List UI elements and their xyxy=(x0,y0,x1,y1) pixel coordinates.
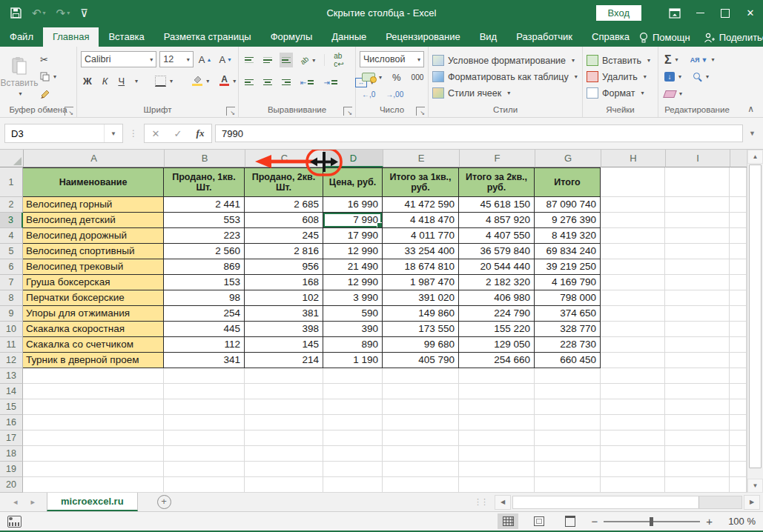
cell-C17[interactable] xyxy=(245,430,323,446)
cell-F16[interactable] xyxy=(459,415,535,430)
customize-quick-access-icon[interactable]: ⊽ xyxy=(80,7,88,19)
expand-formula-bar-icon[interactable]: ▼ xyxy=(746,130,759,137)
cell-I7[interactable] xyxy=(665,275,730,290)
cell-B12[interactable]: 341 xyxy=(164,353,245,368)
row-header-16[interactable]: 16 xyxy=(0,415,23,430)
row-header-6[interactable]: 6 xyxy=(0,259,23,275)
cell-D9[interactable]: 590 xyxy=(323,306,383,322)
cell-B19[interactable] xyxy=(164,462,245,477)
cell-partial-2[interactable] xyxy=(730,197,747,213)
tab-review[interactable]: Рецензирование xyxy=(376,27,469,47)
cell-B9[interactable]: 254 xyxy=(164,306,245,322)
align-right-icon[interactable] xyxy=(280,75,293,90)
scrollbar-resize-grip[interactable]: ⋮⋮ xyxy=(468,497,493,507)
row-header-12[interactable]: 12 xyxy=(0,353,23,368)
cell-partial-15[interactable] xyxy=(730,399,747,415)
zoom-slider[interactable] xyxy=(604,521,700,522)
cell-I6[interactable] xyxy=(665,259,730,275)
zoom-level-label[interactable]: 100 % xyxy=(723,516,756,527)
save-icon[interactable] xyxy=(10,7,22,19)
italic-button[interactable]: К xyxy=(100,73,110,88)
cell-A15[interactable] xyxy=(23,399,164,415)
vertical-scrollbar[interactable]: ▲ ▼ xyxy=(747,150,763,493)
cell-C11[interactable]: 145 xyxy=(245,337,323,353)
cancel-entry-icon[interactable]: ✕ xyxy=(145,128,167,139)
cell-H16[interactable] xyxy=(601,415,665,430)
cell-B17[interactable] xyxy=(164,430,245,446)
cell-E6[interactable]: 18 674 810 xyxy=(383,259,459,275)
cell-F19[interactable] xyxy=(459,462,535,477)
format-painter-button[interactable] xyxy=(38,87,59,102)
zoom-in-icon[interactable]: + xyxy=(706,516,713,527)
cell-I20[interactable] xyxy=(665,477,730,493)
redo-icon[interactable]: ↷▾ xyxy=(56,7,70,19)
cell-D17[interactable] xyxy=(323,430,383,446)
cell-partial-5[interactable] xyxy=(730,244,747,259)
cell-B6[interactable]: 869 xyxy=(164,259,245,275)
cell-A13[interactable] xyxy=(23,368,164,384)
cell-F2[interactable]: 45 618 150 xyxy=(459,197,535,213)
format-as-table-button[interactable]: Форматировать как таблицу▾ xyxy=(431,69,580,84)
align-middle-icon[interactable] xyxy=(261,53,274,67)
formula-input[interactable] xyxy=(215,124,743,142)
column-header-I[interactable]: I xyxy=(666,150,730,167)
cell-D15[interactable] xyxy=(323,399,383,415)
cell-A16[interactable] xyxy=(23,415,164,430)
cell-G5[interactable]: 69 834 240 xyxy=(535,244,601,259)
cell-B7[interactable]: 153 xyxy=(164,275,245,290)
cell-H6[interactable] xyxy=(601,259,665,275)
decrease-indent-icon[interactable]: ⇤ xyxy=(298,75,316,90)
cell-C15[interactable] xyxy=(245,399,323,415)
scroll-left-icon[interactable]: ◀ xyxy=(495,495,511,510)
cell-E14[interactable] xyxy=(383,384,459,399)
cell-A10[interactable]: Скакалка скоростная xyxy=(23,322,164,337)
cell-C12[interactable]: 214 xyxy=(245,353,323,368)
row-header-3[interactable]: 3 xyxy=(0,213,23,228)
formula-bar-resize-handle[interactable]: ⋮ xyxy=(126,128,141,139)
cell-G16[interactable] xyxy=(535,415,601,430)
cell-D5[interactable]: 12 990 xyxy=(323,244,383,259)
cell-A2[interactable]: Велосипед горный xyxy=(23,197,164,213)
view-page-layout-button[interactable] xyxy=(529,513,549,529)
cell-B5[interactable]: 2 560 xyxy=(164,244,245,259)
row-header-13[interactable]: 13 xyxy=(0,368,23,384)
cell-E18[interactable] xyxy=(383,446,459,462)
column-header-F[interactable]: F xyxy=(460,150,535,167)
cell-D8[interactable]: 3 990 xyxy=(323,290,383,306)
cell-G11[interactable]: 228 730 xyxy=(535,337,601,353)
view-normal-button[interactable] xyxy=(498,513,518,529)
cell-A1[interactable]: Наименование xyxy=(23,167,164,197)
cell-D4[interactable]: 17 990 xyxy=(323,228,383,244)
dialog-launcher-clipboard[interactable]: ↘ xyxy=(65,107,73,116)
cell-A20[interactable] xyxy=(23,477,164,493)
cell-G2[interactable]: 87 090 740 xyxy=(535,197,601,213)
autosum-button[interactable]: Σ▾ xyxy=(662,53,681,67)
vertical-scroll-thumb[interactable] xyxy=(749,164,762,468)
cell-H7[interactable] xyxy=(601,275,665,290)
cell-partial-14[interactable] xyxy=(730,384,747,399)
share-button[interactable]: Поделиться xyxy=(704,32,763,43)
cell-B1[interactable]: Продано, 1кв. Шт. xyxy=(164,167,245,197)
tab-file[interactable]: Файл xyxy=(0,27,43,47)
cell-F5[interactable]: 36 579 840 xyxy=(459,244,535,259)
new-sheet-icon[interactable]: + xyxy=(157,495,171,509)
cell-E9[interactable]: 149 860 xyxy=(383,306,459,322)
cell-A5[interactable]: Велосипед спортивный xyxy=(23,244,164,259)
sort-filter-button[interactable]: АЯ▼▾ xyxy=(688,53,717,67)
cell-F20[interactable] xyxy=(459,477,535,493)
cell-F7[interactable]: 2 182 320 xyxy=(459,275,535,290)
align-center-icon[interactable] xyxy=(261,75,274,90)
cell-H17[interactable] xyxy=(601,430,665,446)
cell-partial-6[interactable] xyxy=(730,259,747,275)
tab-page-layout[interactable]: Разметка страницы xyxy=(154,27,261,47)
cell-partial-8[interactable] xyxy=(730,290,747,306)
next-sheet-icon[interactable]: ▸ xyxy=(31,497,36,507)
cell-H11[interactable] xyxy=(601,337,665,353)
cell-D19[interactable] xyxy=(323,462,383,477)
cell-B11[interactable]: 112 xyxy=(164,337,245,353)
cell-B10[interactable]: 445 xyxy=(164,322,245,337)
dialog-launcher-font[interactable]: ↘ xyxy=(226,107,235,116)
cell-C7[interactable]: 168 xyxy=(245,275,323,290)
row-header-8[interactable]: 8 xyxy=(0,290,23,306)
sheet-tab-active[interactable]: microexcel.ru xyxy=(47,493,138,511)
